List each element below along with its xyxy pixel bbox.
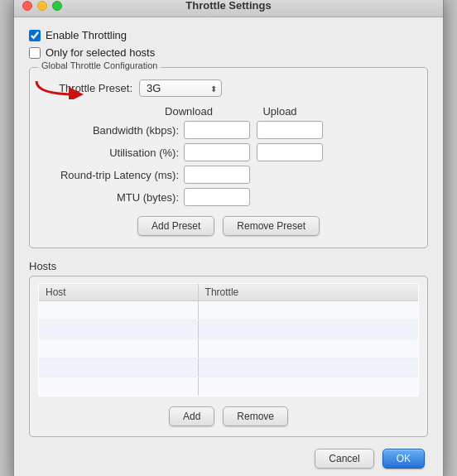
title-bar-buttons [22, 1, 62, 11]
mtu-row: MTU (bytes): 576 [41, 188, 416, 206]
host-cell [39, 377, 199, 397]
hosts-buttons: Add Remove [38, 406, 419, 426]
remove-preset-button[interactable]: Remove Preset [223, 216, 320, 236]
preset-row: Throttle Preset: 3G 2G LTE Custom ⬍ [41, 79, 416, 97]
bandwidth-download-input[interactable]: 1024 [184, 121, 250, 139]
throttle-cell [198, 377, 418, 397]
maximize-button[interactable] [52, 1, 62, 11]
mtu-label: MTU (bytes): [41, 191, 184, 204]
throttle-cell [198, 358, 418, 377]
bandwidth-upload-input[interactable]: 128 [257, 121, 323, 139]
preset-buttons: Add Preset Remove Preset [41, 216, 416, 236]
arrow-indicator [33, 76, 91, 102]
hosts-table: Host Throttle [38, 283, 419, 397]
preset-select-wrapper: 3G 2G LTE Custom ⬍ [139, 79, 222, 97]
window-title: Throttle Settings [185, 0, 271, 12]
window: Throttle Settings Enable Throttling Only… [13, 0, 444, 476]
throttle-cell [198, 339, 418, 358]
utilisation-row: Utilisation (%): 100 100 [41, 143, 416, 161]
only-selected-hosts-row: Only for selected hosts [29, 46, 428, 59]
throttle-column-header: Throttle [198, 284, 418, 301]
footer-buttons: Cancel OK [29, 449, 428, 469]
host-column-header: Host [39, 284, 199, 301]
global-throttle-group: Global Throttle Configuration Throttle P… [29, 67, 428, 248]
add-host-button[interactable]: Add [169, 406, 214, 426]
table-row [39, 377, 419, 397]
bandwidth-row: Bandwidth (kbps): 1024 128 [41, 121, 416, 139]
hosts-section-label: Hosts [29, 260, 428, 272]
cancel-button[interactable]: Cancel [315, 449, 373, 469]
throttle-cell [198, 301, 418, 320]
enable-throttling-checkbox[interactable] [29, 30, 41, 41]
enable-throttling-row: Enable Throttling [29, 29, 428, 41]
hosts-table-header: Host Throttle [39, 284, 419, 301]
latency-input[interactable]: 600 [184, 166, 250, 184]
utilisation-download-input[interactable]: 100 [184, 143, 250, 161]
close-button[interactable] [22, 1, 32, 11]
host-cell [39, 358, 199, 377]
global-group-title: Global Throttle Configuration [38, 60, 161, 70]
add-preset-button[interactable]: Add Preset [137, 216, 214, 236]
throttle-cell [198, 320, 418, 339]
latency-label: Round-trip Latency (ms): [41, 169, 184, 181]
utilisation-label: Utilisation (%): [41, 147, 184, 159]
ok-button[interactable]: OK [382, 449, 425, 469]
column-headers: Download Upload [139, 105, 416, 118]
hosts-section: Hosts Host Throttle [29, 260, 428, 437]
enable-throttling-label[interactable]: Enable Throttling [46, 29, 127, 41]
table-row [39, 320, 419, 339]
mtu-input[interactable]: 576 [184, 188, 250, 206]
table-row [39, 301, 419, 320]
only-selected-hosts-label[interactable]: Only for selected hosts [46, 46, 155, 59]
host-cell [39, 339, 199, 358]
hosts-group: Host Throttle [29, 276, 428, 437]
title-bar: Throttle Settings [14, 0, 443, 17]
remove-host-button[interactable]: Remove [223, 406, 288, 426]
utilisation-upload-input[interactable]: 100 [257, 143, 323, 161]
latency-row: Round-trip Latency (ms): 600 [41, 166, 416, 184]
download-header: Download [139, 105, 238, 118]
table-row [39, 339, 419, 358]
table-row [39, 358, 419, 377]
upload-header: Upload [238, 105, 321, 118]
minimize-button[interactable] [37, 1, 47, 11]
only-selected-hosts-checkbox[interactable] [29, 47, 41, 59]
host-cell [39, 301, 199, 320]
host-cell [39, 320, 199, 339]
bandwidth-label: Bandwidth (kbps): [41, 124, 184, 137]
preset-select[interactable]: 3G 2G LTE Custom [139, 79, 222, 97]
content-area: Enable Throttling Only for selected host… [14, 17, 443, 476]
